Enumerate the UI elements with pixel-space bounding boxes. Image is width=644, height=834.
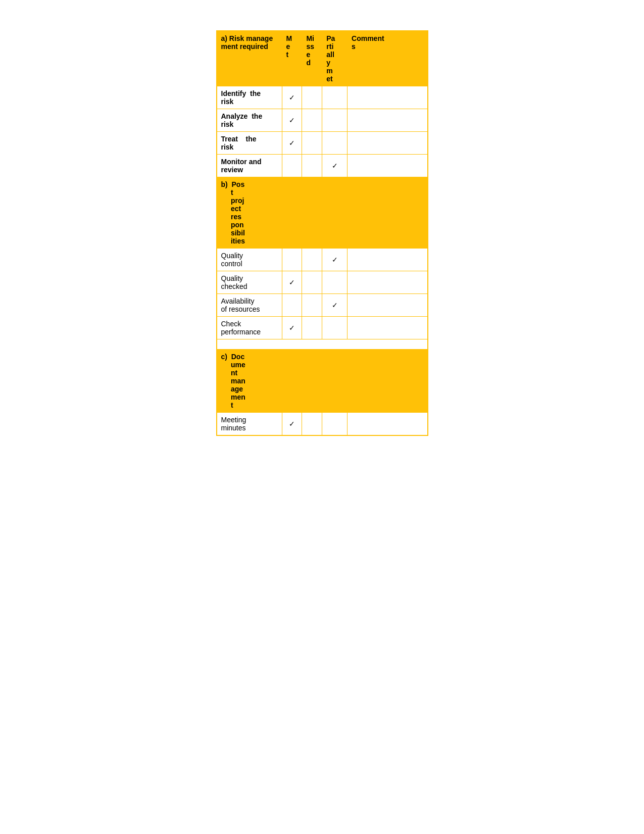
- empty-cell: [217, 339, 428, 350]
- cell-monitor-comments: [348, 155, 428, 177]
- table-row: Meetingminutes ✓: [217, 413, 428, 436]
- cell-monitor-met: [282, 155, 302, 177]
- cell-perf-missed: [302, 317, 322, 339]
- cell-treat-partial: [322, 132, 348, 155]
- cell-qc-met: [282, 249, 302, 271]
- section-c-label: c) Doc ume nt man age men t: [217, 350, 428, 413]
- row-availability: Availabilityof resources: [217, 294, 282, 317]
- table-row: Treat therisk ✓: [217, 132, 428, 155]
- cell-qcheck-missed: [302, 271, 322, 294]
- cell-avail-met: [282, 294, 302, 317]
- cell-analyze-missed: [302, 109, 322, 132]
- cell-avail-partial: ✓: [322, 294, 348, 317]
- col-header-met: Met: [282, 31, 302, 86]
- row-quality-control: Qualitycontrol: [217, 249, 282, 271]
- cell-monitor-missed: [302, 155, 322, 177]
- cell-meeting-missed: [302, 413, 322, 436]
- cell-qcheck-comments: [348, 271, 428, 294]
- cell-qcheck-met: ✓: [282, 271, 302, 294]
- cell-qc-missed: [302, 249, 322, 271]
- row-analyze: Analyze therisk: [217, 109, 282, 132]
- cell-meeting-met: ✓: [282, 413, 302, 436]
- cell-treat-met: ✓: [282, 132, 302, 155]
- cell-avail-comments: [348, 294, 428, 317]
- empty-row: [217, 339, 428, 350]
- cell-qc-comments: [348, 249, 428, 271]
- header-row: a) Risk manage ment required Met Missed …: [217, 31, 428, 86]
- cell-analyze-comments: [348, 109, 428, 132]
- table-row: Availabilityof resources ✓: [217, 294, 428, 317]
- row-identify: Identify therisk: [217, 86, 282, 109]
- cell-perf-met: ✓: [282, 317, 302, 339]
- col-header-partial: Partiallymet: [322, 31, 348, 86]
- table-row: Qualitychecked ✓: [217, 271, 428, 294]
- cell-qcheck-partial: [322, 271, 348, 294]
- row-monitor: Monitor andreview: [217, 155, 282, 177]
- row-check-performance: Checkperformance: [217, 317, 282, 339]
- row-treat: Treat therisk: [217, 132, 282, 155]
- cell-monitor-partial: ✓: [322, 155, 348, 177]
- section-b-header: b) Pos t proj ect res pon sibil ities: [217, 177, 428, 249]
- cell-analyze-partial: [322, 109, 348, 132]
- cell-perf-partial: [322, 317, 348, 339]
- row-quality-checked: Qualitychecked: [217, 271, 282, 294]
- cell-meeting-comments: [348, 413, 428, 436]
- table-row: Monitor andreview ✓: [217, 155, 428, 177]
- table-row: Identify therisk ✓: [217, 86, 428, 109]
- main-table-wrapper: a) Risk manage ment required Met Missed …: [216, 30, 428, 814]
- col-header-item: a) Risk manage ment required: [217, 31, 282, 86]
- cell-identify-missed: [302, 86, 322, 109]
- col-header-comments: Comments: [348, 31, 428, 86]
- section-b-label: b) Pos t proj ect res pon sibil ities: [217, 177, 428, 249]
- cell-identify-comments: [348, 86, 428, 109]
- cell-qc-partial: ✓: [322, 249, 348, 271]
- table-row: Qualitycontrol ✓: [217, 249, 428, 271]
- section-c-header: c) Doc ume nt man age men t: [217, 350, 428, 413]
- cell-meeting-partial: [322, 413, 348, 436]
- cell-treat-comments: [348, 132, 428, 155]
- cell-perf-comments: [348, 317, 428, 339]
- table-row: Analyze therisk ✓: [217, 109, 428, 132]
- cell-avail-missed: [302, 294, 322, 317]
- cell-identify-partial: [322, 86, 348, 109]
- row-meeting-minutes: Meetingminutes: [217, 413, 282, 436]
- col-header-missed: Missed: [302, 31, 322, 86]
- cell-analyze-met: ✓: [282, 109, 302, 132]
- risk-management-table: a) Risk manage ment required Met Missed …: [216, 30, 428, 436]
- cell-identify-met: ✓: [282, 86, 302, 109]
- cell-treat-missed: [302, 132, 322, 155]
- table-row: Checkperformance ✓: [217, 317, 428, 339]
